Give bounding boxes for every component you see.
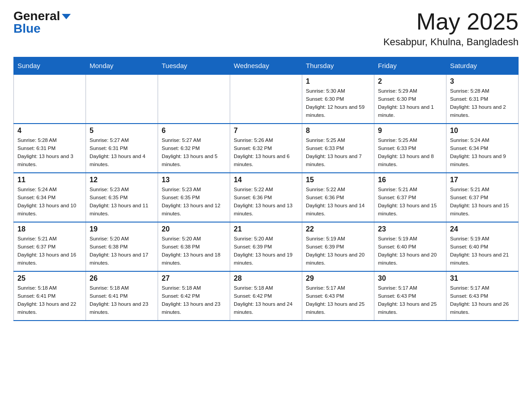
day-cell: 6Sunrise: 5:27 AMSunset: 6:32 PMDaylight… xyxy=(158,124,230,173)
day-number: 22 xyxy=(306,225,370,233)
day-number: 6 xyxy=(162,127,226,135)
day-number: 29 xyxy=(306,274,370,283)
day-number: 4 xyxy=(17,127,82,135)
day-cell: 4Sunrise: 5:28 AMSunset: 6:31 PMDaylight… xyxy=(14,124,86,173)
logo-arrow-icon xyxy=(62,14,71,19)
day-number: 30 xyxy=(378,274,442,283)
day-number: 19 xyxy=(90,225,154,233)
day-number: 14 xyxy=(234,176,298,184)
day-info: Sunrise: 5:20 AMSunset: 6:38 PMDaylight:… xyxy=(162,235,226,267)
day-cell: 5Sunrise: 5:27 AMSunset: 6:31 PMDaylight… xyxy=(86,124,158,173)
month-title: May 2025 xyxy=(383,9,519,34)
day-info: Sunrise: 5:19 AMSunset: 6:40 PMDaylight:… xyxy=(450,235,515,267)
day-cell: 26Sunrise: 5:18 AMSunset: 6:41 PMDayligh… xyxy=(86,271,158,321)
calendar-table: SundayMondayTuesdayWednesdayThursdayFrid… xyxy=(13,57,519,321)
day-cell: 11Sunrise: 5:24 AMSunset: 6:34 PMDayligh… xyxy=(14,173,86,222)
day-cell: 28Sunrise: 5:18 AMSunset: 6:42 PMDayligh… xyxy=(230,271,302,321)
day-cell: 18Sunrise: 5:21 AMSunset: 6:37 PMDayligh… xyxy=(14,222,86,271)
day-info: Sunrise: 5:30 AMSunset: 6:30 PMDaylight:… xyxy=(306,87,370,119)
week-row-3: 11Sunrise: 5:24 AMSunset: 6:34 PMDayligh… xyxy=(14,173,519,222)
day-number: 10 xyxy=(450,127,515,135)
location-title: Kesabpur, Khulna, Bangladesh xyxy=(383,36,519,48)
page-header: General Blue May 2025 Kesabpur, Khulna, … xyxy=(13,9,519,48)
day-info: Sunrise: 5:23 AMSunset: 6:35 PMDaylight:… xyxy=(162,186,226,218)
week-row-2: 4Sunrise: 5:28 AMSunset: 6:31 PMDaylight… xyxy=(14,124,519,173)
day-number: 23 xyxy=(378,225,442,233)
day-info: Sunrise: 5:21 AMSunset: 6:37 PMDaylight:… xyxy=(378,186,442,218)
day-info: Sunrise: 5:22 AMSunset: 6:36 PMDaylight:… xyxy=(234,186,298,218)
day-number: 27 xyxy=(162,274,226,283)
day-number: 1 xyxy=(306,77,370,86)
day-info: Sunrise: 5:29 AMSunset: 6:30 PMDaylight:… xyxy=(378,87,442,119)
day-info: Sunrise: 5:23 AMSunset: 6:35 PMDaylight:… xyxy=(90,186,154,218)
day-cell: 23Sunrise: 5:19 AMSunset: 6:40 PMDayligh… xyxy=(374,222,446,271)
day-cell: 27Sunrise: 5:18 AMSunset: 6:42 PMDayligh… xyxy=(158,271,230,321)
day-cell: 20Sunrise: 5:20 AMSunset: 6:38 PMDayligh… xyxy=(158,222,230,271)
day-info: Sunrise: 5:25 AMSunset: 6:33 PMDaylight:… xyxy=(306,137,370,168)
day-cell: 7Sunrise: 5:26 AMSunset: 6:32 PMDaylight… xyxy=(230,124,302,173)
day-cell: 25Sunrise: 5:18 AMSunset: 6:41 PMDayligh… xyxy=(14,271,86,321)
day-number: 25 xyxy=(17,274,82,283)
day-number: 3 xyxy=(450,77,515,86)
day-cell: 9Sunrise: 5:25 AMSunset: 6:33 PMDaylight… xyxy=(374,124,446,173)
day-info: Sunrise: 5:18 AMSunset: 6:42 PMDaylight:… xyxy=(162,284,226,316)
day-number: 9 xyxy=(378,127,442,135)
week-row-5: 25Sunrise: 5:18 AMSunset: 6:41 PMDayligh… xyxy=(14,271,519,321)
day-number: 31 xyxy=(450,274,515,283)
day-cell: 30Sunrise: 5:17 AMSunset: 6:43 PMDayligh… xyxy=(374,271,446,321)
logo: General Blue xyxy=(13,9,71,36)
day-number: 17 xyxy=(450,176,515,184)
day-info: Sunrise: 5:17 AMSunset: 6:43 PMDaylight:… xyxy=(306,284,370,316)
day-info: Sunrise: 5:27 AMSunset: 6:31 PMDaylight:… xyxy=(90,137,154,168)
day-info: Sunrise: 5:24 AMSunset: 6:34 PMDaylight:… xyxy=(17,186,82,218)
day-cell: 21Sunrise: 5:20 AMSunset: 6:39 PMDayligh… xyxy=(230,222,302,271)
day-info: Sunrise: 5:24 AMSunset: 6:34 PMDaylight:… xyxy=(450,137,515,168)
title-area: May 2025 Kesabpur, Khulna, Bangladesh xyxy=(383,9,519,48)
day-cell xyxy=(230,74,302,124)
day-cell: 19Sunrise: 5:20 AMSunset: 6:38 PMDayligh… xyxy=(86,222,158,271)
day-info: Sunrise: 5:19 AMSunset: 6:39 PMDaylight:… xyxy=(306,235,370,267)
logo-blue-text: Blue xyxy=(13,21,41,36)
day-cell: 13Sunrise: 5:23 AMSunset: 6:35 PMDayligh… xyxy=(158,173,230,222)
day-info: Sunrise: 5:18 AMSunset: 6:42 PMDaylight:… xyxy=(234,284,298,316)
day-number: 16 xyxy=(378,176,442,184)
day-cell: 29Sunrise: 5:17 AMSunset: 6:43 PMDayligh… xyxy=(302,271,374,321)
day-number: 28 xyxy=(234,274,298,283)
day-info: Sunrise: 5:20 AMSunset: 6:39 PMDaylight:… xyxy=(234,235,298,267)
day-number: 26 xyxy=(90,274,154,283)
day-info: Sunrise: 5:17 AMSunset: 6:43 PMDaylight:… xyxy=(378,284,442,316)
weekday-header-saturday: Saturday xyxy=(446,57,519,75)
day-number: 18 xyxy=(17,225,82,233)
day-info: Sunrise: 5:21 AMSunset: 6:37 PMDaylight:… xyxy=(450,186,515,218)
day-cell: 24Sunrise: 5:19 AMSunset: 6:40 PMDayligh… xyxy=(446,222,519,271)
day-number: 15 xyxy=(306,176,370,184)
weekday-header-thursday: Thursday xyxy=(302,57,374,75)
day-cell: 12Sunrise: 5:23 AMSunset: 6:35 PMDayligh… xyxy=(86,173,158,222)
day-cell xyxy=(14,74,86,124)
day-info: Sunrise: 5:21 AMSunset: 6:37 PMDaylight:… xyxy=(17,235,82,267)
weekday-header-tuesday: Tuesday xyxy=(158,57,230,75)
day-number: 24 xyxy=(450,225,515,233)
week-row-1: 1Sunrise: 5:30 AMSunset: 6:30 PMDaylight… xyxy=(14,74,519,124)
day-cell xyxy=(158,74,230,124)
weekday-header-wednesday: Wednesday xyxy=(230,57,302,75)
day-info: Sunrise: 5:18 AMSunset: 6:41 PMDaylight:… xyxy=(90,284,154,316)
day-cell: 2Sunrise: 5:29 AMSunset: 6:30 PMDaylight… xyxy=(374,74,446,124)
day-number: 8 xyxy=(306,127,370,135)
weekday-header-sunday: Sunday xyxy=(14,57,86,75)
day-number: 5 xyxy=(90,127,154,135)
day-info: Sunrise: 5:17 AMSunset: 6:43 PMDaylight:… xyxy=(450,284,515,316)
day-info: Sunrise: 5:28 AMSunset: 6:31 PMDaylight:… xyxy=(450,87,515,119)
day-cell: 22Sunrise: 5:19 AMSunset: 6:39 PMDayligh… xyxy=(302,222,374,271)
day-cell: 31Sunrise: 5:17 AMSunset: 6:43 PMDayligh… xyxy=(446,271,519,321)
day-number: 2 xyxy=(378,77,442,86)
day-cell: 10Sunrise: 5:24 AMSunset: 6:34 PMDayligh… xyxy=(446,124,519,173)
day-info: Sunrise: 5:28 AMSunset: 6:31 PMDaylight:… xyxy=(17,137,82,168)
day-cell: 16Sunrise: 5:21 AMSunset: 6:37 PMDayligh… xyxy=(374,173,446,222)
day-number: 11 xyxy=(17,176,82,184)
day-number: 7 xyxy=(234,127,298,135)
day-info: Sunrise: 5:27 AMSunset: 6:32 PMDaylight:… xyxy=(162,137,226,168)
day-info: Sunrise: 5:18 AMSunset: 6:41 PMDaylight:… xyxy=(17,284,82,316)
day-cell: 8Sunrise: 5:25 AMSunset: 6:33 PMDaylight… xyxy=(302,124,374,173)
day-cell: 15Sunrise: 5:22 AMSunset: 6:36 PMDayligh… xyxy=(302,173,374,222)
